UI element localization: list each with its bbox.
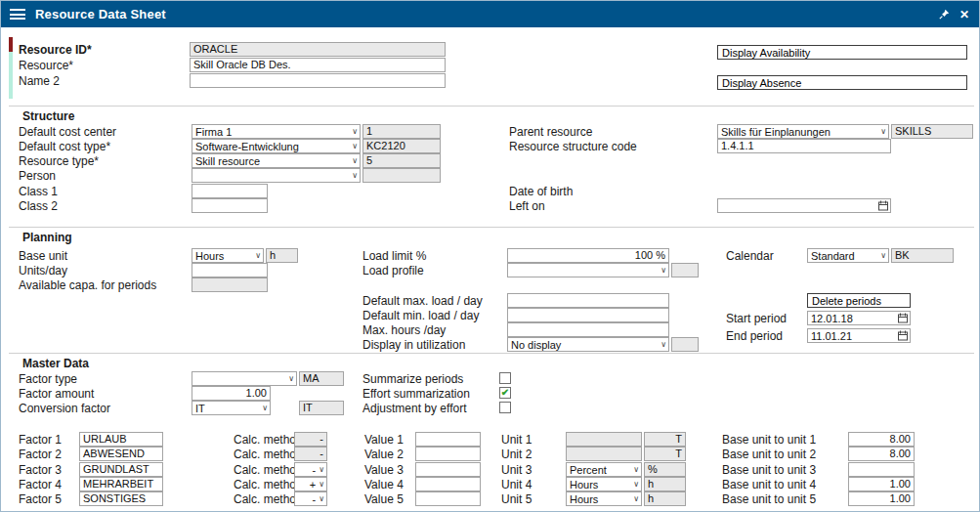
required-marker-bar [9,37,13,52]
summarize-periods-checkbox[interactable] [499,372,511,384]
parent-resource-select[interactable]: Skills für Einplanungen ∨ [717,124,889,139]
chevron-down-icon: ∨ [319,466,324,474]
unit2-code-field: T [644,447,686,461]
class1-field[interactable] [192,184,268,198]
menu-icon[interactable] [10,9,25,20]
base-unit4-field[interactable]: 1.00 [848,477,915,491]
display-availability-button[interactable]: Display Availability [717,45,967,60]
value3-label: Value 3 [364,464,404,477]
left-on-label: Left on [509,200,545,213]
start-period-field[interactable]: 12.01.18 [807,311,911,325]
class1-label: Class 1 [19,186,58,198]
base-unit1-field[interactable]: 8.00 [848,432,915,447]
person-select[interactable]: ∨ [192,168,361,183]
conversion-factor-value: IT [195,403,205,414]
close-icon[interactable]: ✕ [959,9,969,21]
pin-icon[interactable] [939,9,950,20]
checkmark-icon: ✔ [500,388,510,398]
load-profile-select[interactable]: ∨ [507,263,669,277]
structure-code-label: Resource structure code [509,141,637,153]
section-divider [9,353,974,354]
resource-id-field: ORACLE [190,42,446,57]
structure-code-field[interactable]: 1.4.1.1 [717,139,891,153]
unit5-select[interactable]: Hours ∨ [566,491,642,506]
end-period-label: End period [726,330,783,343]
factor1-label: Factor 1 [19,434,62,447]
conversion-factor-select[interactable]: IT ∨ [192,401,271,415]
factor2-field[interactable]: ABWESEND [79,447,163,461]
cost-center-value: Firma 1 [195,126,232,138]
default-min-load-field[interactable] [507,308,669,322]
base-unit5-field[interactable]: 1.00 [848,491,915,506]
resource-field[interactable]: Skill Oracle DB Des. [190,58,446,72]
effort-summarization-label: Effort summarization [362,388,470,401]
factor-amount-field[interactable]: 1.00 [192,386,271,401]
value4-field[interactable] [415,477,481,491]
cost-type-value: Software-Entwicklung [195,141,299,152]
calc-method4-select[interactable]: + ∨ [294,477,327,491]
unit4-select[interactable]: Hours ∨ [566,477,642,491]
name2-field[interactable] [190,73,446,88]
value5-field[interactable] [415,491,481,506]
calendar-icon[interactable] [898,330,908,341]
parent-resource-label: Parent resource [509,126,592,139]
name2-label: Name 2 [19,75,60,88]
base-unit-select[interactable]: Hours ∨ [192,248,264,263]
display-utilization-select[interactable]: No display ∨ [507,337,669,352]
base-unit3-field[interactable] [848,462,915,477]
chevron-down-icon: ∨ [880,128,886,136]
base-unit2-field[interactable]: 8.00 [848,447,915,461]
start-period-value: 12.01.18 [811,313,853,324]
person-code-field [362,168,441,183]
calendar-icon[interactable] [878,200,888,211]
load-limit-field[interactable]: 100 % [507,248,669,263]
unit1-label: Unit 1 [501,434,532,447]
calc-method3-select[interactable]: - ∨ [294,462,327,477]
factor-amount-label: Factor amount [19,388,94,401]
chevron-down-icon: ∨ [352,172,358,180]
factor-type-code-field: MA [299,371,344,386]
cost-center-select[interactable]: Firma 1 ∨ [192,124,361,139]
calendar-icon[interactable] [898,313,908,323]
value1-field[interactable] [415,432,481,447]
delete-periods-button[interactable]: Delete periods [807,293,911,308]
display-absence-button[interactable]: Display Absence [717,75,967,90]
max-hours-field[interactable] [507,322,669,337]
unit3-label: Unit 3 [501,464,532,477]
calc-method3-value: - [312,464,316,476]
load-limit-label: Load limit % [362,250,426,263]
value3-field[interactable] [415,462,481,477]
default-max-load-field[interactable] [507,293,669,308]
factor-type-label: Factor type [19,373,77,386]
value2-field[interactable] [415,447,481,461]
resource-type-label: Resource type* [19,155,99,168]
unit1-field [566,432,642,447]
cost-type-label: Default cost type* [19,141,110,153]
window-title: Resource Data Sheet [35,7,166,21]
end-period-field[interactable]: 11.01.21 [807,328,911,343]
chevron-down-icon: ∨ [352,157,358,165]
factor5-field[interactable]: SONSTIGES [79,491,163,506]
factor4-field[interactable]: MEHRARBEIT [79,477,163,491]
factor4-label: Factor 4 [19,479,62,491]
base-unit1-label: Base unit to unit 1 [722,434,816,447]
resource-type-select[interactable]: Skill resource ∨ [192,153,361,168]
left-on-field[interactable] [717,198,891,213]
cost-type-select[interactable]: Software-Entwicklung ∨ [192,139,361,153]
factor1-field[interactable]: URLAUB [79,432,163,447]
factor-type-select[interactable]: ∨ [192,371,297,386]
resource-label: Resource* [19,60,73,72]
units-day-field[interactable] [192,263,268,277]
unit4-code-field: h [644,477,686,491]
calc-method5-select[interactable]: - ∨ [294,491,327,506]
adjustment-by-effort-checkbox[interactable] [499,402,511,413]
unit2-label: Unit 2 [501,448,532,461]
effort-summarization-checkbox[interactable]: ✔ [499,387,511,399]
factor3-field[interactable]: GRUNDLAST [79,462,163,477]
default-min-load-label: Default min. load / day [362,310,479,322]
unit3-select[interactable]: Percent ∨ [566,462,642,477]
base-unit-code-field: h [266,248,298,263]
class2-field[interactable] [192,198,268,213]
calendar-select[interactable]: Standard ∨ [807,248,889,263]
default-max-load-label: Default max. load / day [362,295,483,308]
